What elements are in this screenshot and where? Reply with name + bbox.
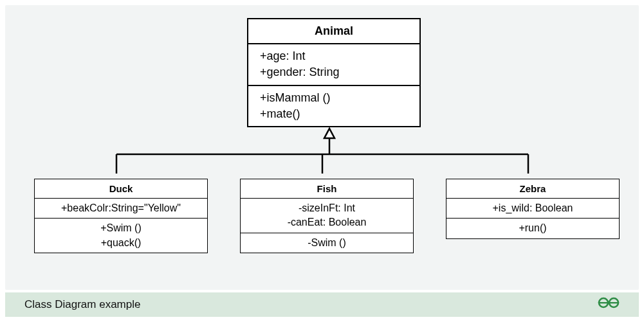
class-methods: +run() [446,218,619,238]
geeksforgeeks-icon [598,296,620,313]
svg-marker-1 [324,129,335,138]
method: +isMammal () [260,90,408,106]
method: +mate() [260,106,408,122]
attr: +gender: String [260,64,408,80]
class-name: Duck [35,179,207,198]
class-fish: Fish -sizeInFt: Int -canEat: Boolean -Sw… [240,179,414,253]
attr: +is_wild: Boolean [455,201,610,215]
class-attributes: +beakColr:String="Yellow" [35,198,207,218]
diagram-canvas: Animal +age: Int +gender: String +isMamm… [5,5,639,290]
attr: -sizeInFt: Int [250,201,404,215]
class-methods: +isMammal () +mate() [248,85,419,126]
footer-bar: Class Diagram example [5,292,639,317]
attr: +beakColr:String="Yellow" [44,201,198,215]
class-attributes: +age: Int +gender: String [248,43,419,84]
class-attributes: -sizeInFt: Int -canEat: Boolean [241,198,413,233]
class-zebra: Zebra +is_wild: Boolean +run() [446,179,620,239]
attr: +age: Int [260,48,408,64]
attr: -canEat: Boolean [250,215,404,229]
method: +Swim () [44,221,198,235]
method: +run() [455,221,610,235]
method: +quack() [44,236,198,250]
class-name: Fish [241,179,413,198]
class-duck: Duck +beakColr:String="Yellow" +Swim () … [34,179,208,253]
class-attributes: +is_wild: Boolean [446,198,619,218]
class-methods: +Swim () +quack() [35,218,207,253]
class-name: Zebra [446,179,619,198]
class-name: Animal [248,19,419,43]
method: -Swim () [250,236,404,250]
class-animal: Animal +age: Int +gender: String +isMamm… [247,18,421,127]
footer-title: Class Diagram example [24,298,140,311]
class-methods: -Swim () [241,233,413,253]
